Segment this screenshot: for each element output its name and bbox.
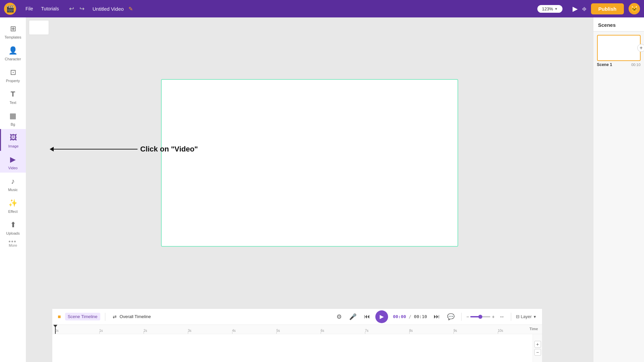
menu-tutorials[interactable]: Tutorials	[38, 5, 62, 13]
arrow-line	[54, 149, 138, 149]
zoom-slider[interactable]	[470, 316, 490, 317]
video-title: Untitled Video	[93, 6, 124, 12]
captions-btn[interactable]: 💬	[445, 312, 457, 322]
mic-btn[interactable]: 🎤	[347, 312, 359, 322]
zoom-dropdown-icon: ▼	[554, 7, 558, 11]
time-separator: /	[409, 314, 414, 319]
layer-label: Layer	[521, 314, 532, 319]
scene-timeline-icon: ■	[58, 314, 61, 320]
redo-button[interactable]: ↪	[77, 4, 87, 13]
sidebar-item-image[interactable]: 🖼 Image	[0, 129, 26, 151]
templates-icon: ⊞	[8, 23, 18, 34]
timeline-zoom-buttons: + −	[533, 334, 542, 362]
user-avatar[interactable]: 🐱	[629, 3, 640, 14]
overall-timeline-label: Overall Timeline	[120, 314, 151, 319]
timeline-tracks: + −	[52, 334, 542, 362]
topbar-actions: ▶ ⎆ Publish 🐱	[573, 3, 640, 14]
sidebar-label-image: Image	[8, 144, 19, 148]
zoom-minus[interactable]: −	[466, 314, 469, 319]
property-icon: ⊡	[8, 67, 18, 78]
ruler-mark-8s: 8s	[409, 329, 453, 333]
skip-forward-btn[interactable]: ⏭	[432, 312, 442, 321]
playhead[interactable]	[55, 325, 56, 334]
effect-icon: ✨	[8, 198, 18, 208]
annotation-arrow	[50, 147, 138, 152]
time-column-label: Time	[530, 327, 538, 331]
undo-redo-group: ↩ ↪	[67, 4, 87, 13]
publish-button[interactable]: Publish	[591, 3, 624, 14]
expand-icon[interactable]: ↔	[499, 314, 505, 320]
more-dot-3	[14, 241, 16, 242]
scene-1-thumbnail[interactable]	[597, 35, 641, 61]
play-button[interactable]: ▶	[375, 310, 388, 323]
scenes-header: Scenes	[593, 17, 644, 32]
sidebar-item-property[interactable]: ⊡ Property	[0, 64, 26, 85]
skip-back-btn[interactable]: ⏮	[362, 312, 372, 321]
bg-icon: ▦	[8, 111, 18, 121]
sidebar-item-bg[interactable]: ▦ Bg	[0, 107, 26, 129]
zoom-plus[interactable]: +	[492, 314, 494, 319]
timeline-ruler: 0s 1s 2s 3s 4s 5s 6s 7s 8s 9s 10s Time	[52, 325, 542, 334]
sidebar-item-templates[interactable]: ⊞ Templates	[0, 20, 26, 42]
sidebar-label-bg: Bg	[11, 122, 15, 126]
current-time: 00:00	[393, 314, 406, 319]
zoom-control[interactable]: 123% ▼	[537, 5, 562, 13]
scene-add-button[interactable]: +	[637, 44, 644, 52]
edit-title-icon[interactable]: ✎	[128, 6, 133, 12]
scene-list: + Scene 1 00:10	[593, 32, 644, 69]
sidebar-item-effect[interactable]: ✨ Effect	[0, 194, 26, 216]
tab-scene-timeline[interactable]: Scene Timeline	[65, 313, 100, 320]
menu-file[interactable]: File	[22, 5, 37, 13]
arrow-head	[50, 147, 54, 152]
timeline-controls: ■ Scene Timeline ⇄ Overall Timeline ⚙ 🎤 …	[52, 309, 542, 325]
overall-timeline-icon: ⇄	[113, 314, 117, 319]
ruler-marks: 0s 1s 2s 3s 4s 5s 6s 7s 8s 9s 10s	[52, 329, 542, 333]
zoom-value: 123%	[542, 6, 553, 11]
app-logo[interactable]: 🎬	[4, 3, 16, 15]
sidebar-item-uploads[interactable]: ⬆ Uploads	[0, 216, 26, 238]
sidebar-label-uploads: Uploads	[6, 231, 19, 235]
ruler-mark-0s: 0s	[55, 329, 99, 333]
scenes-panel: Scenes + Scene 1 00:10	[593, 17, 644, 362]
sidebar-item-text[interactable]: T Text	[0, 85, 26, 107]
logo-icon: 🎬	[6, 5, 14, 13]
topbar-menu: File Tutorials	[22, 5, 62, 13]
scene-1-name: Scene 1	[597, 62, 612, 67]
total-time: 00:10	[414, 314, 427, 319]
layer-icon: ⊟	[516, 314, 520, 319]
zoom-slider-thumb	[478, 315, 482, 319]
ruler-mark-5s: 5s	[276, 329, 321, 333]
topbar: 🎬 File Tutorials ↩ ↪ Untitled Video ✎ 12…	[0, 0, 644, 17]
tab-overall-timeline[interactable]: ⇄ Overall Timeline	[110, 313, 154, 321]
character-icon: 👤	[8, 45, 18, 56]
share-button[interactable]: ⎆	[582, 5, 586, 13]
music-icon: ♪	[8, 176, 18, 187]
canvas-frame[interactable]	[161, 79, 458, 247]
more-dot-1	[9, 241, 10, 242]
more-dot-2	[11, 241, 13, 242]
sidebar-more-group[interactable]: More	[9, 241, 17, 247]
settings-btn[interactable]: ⚙	[334, 312, 344, 322]
sidebar-label-effect: Effect	[8, 209, 18, 214]
ruler-mark-9s: 9s	[453, 329, 498, 333]
scene-1-duration: 00:10	[631, 63, 641, 67]
ruler-mark-7s: 7s	[365, 329, 409, 333]
image-icon: 🖼	[8, 132, 19, 143]
ruler-mark-2s: 2s	[144, 329, 188, 333]
timeline-minus-btn[interactable]: −	[534, 349, 541, 356]
tab-divider	[105, 313, 105, 321]
sidebar-label-property: Property	[6, 79, 20, 83]
timeline-plus-btn[interactable]: +	[534, 341, 541, 348]
ruler-mark-4s: 4s	[232, 329, 276, 333]
preview-button[interactable]: ▶	[573, 5, 578, 13]
sidebar-item-character[interactable]: 👤 Character	[0, 42, 26, 64]
layer-dropdown[interactable]: ⊟ Layer ▼	[516, 314, 537, 319]
scene-1-group: +	[597, 35, 641, 61]
sidebar-item-music[interactable]: ♪ Music	[0, 173, 26, 194]
zoom-divider	[461, 313, 462, 321]
ruler-mark-1s: 1s	[99, 329, 144, 333]
canvas-area: Click on "Video" ■ Scene Timeline ⇄ Over…	[26, 17, 593, 362]
layer-arrow-icon: ▼	[533, 315, 537, 319]
sidebar-item-video[interactable]: ▶ Video	[0, 151, 26, 173]
undo-button[interactable]: ↩	[67, 4, 76, 13]
